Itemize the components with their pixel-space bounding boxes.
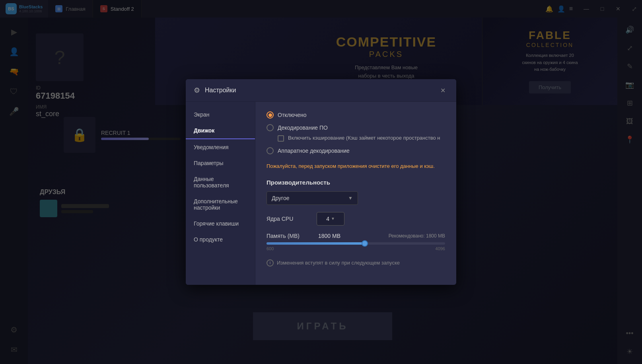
cpu-label: Ядра CPU: [267, 216, 310, 222]
warning-text: Пожалуйста, перед запуском приложения оч…: [267, 162, 445, 170]
radio-hw[interactable]: Аппаратное декодирование: [267, 147, 445, 154]
performance-heading: Производительность: [267, 179, 445, 186]
radio-sw-label: Декодирование ПО: [278, 125, 328, 131]
dropdown-arrow-icon: ▼: [348, 195, 353, 201]
modal-gear-icon: ⚙: [194, 86, 200, 95]
sw-decode-group: Декодирование ПО Включить кэширование (К…: [267, 124, 445, 142]
cpu-value-selector[interactable]: 4 ▼: [317, 212, 344, 226]
ram-slider-fill: [267, 242, 365, 245]
modal-header: ⚙ Настройки ✕: [186, 79, 456, 102]
info-icon: i: [267, 259, 274, 267]
modal-title: Настройки: [205, 87, 432, 94]
ram-slider-thumb[interactable]: [362, 240, 368, 247]
nav-item-dvigok[interactable]: Движок: [186, 123, 255, 139]
cache-checkbox-label: Включить кэширование (Кэш займет некотор…: [288, 134, 440, 142]
cpu-dropdown-arrow: ▼: [331, 216, 335, 221]
slider-min-label: 600: [267, 246, 274, 251]
cache-checkbox-item: Включить кэширование (Кэш займет некотор…: [278, 134, 445, 142]
ram-slider-track[interactable]: [267, 242, 445, 245]
nav-item-dop[interactable]: Дополнительныенастройки: [186, 193, 255, 216]
performance-dropdown-value: Другое: [272, 195, 289, 201]
slider-max-label: 4096: [436, 246, 445, 251]
nav-item-ekran[interactable]: Экран: [186, 107, 255, 123]
ram-label: Память (MB): [267, 233, 310, 239]
radio-circle-sw: [267, 124, 274, 131]
info-note: i Изменения вступят в силу при следующем…: [267, 259, 445, 267]
modal-overlay: ⚙ Настройки ✕ Экран Движок Уведомления П…: [0, 0, 642, 364]
radio-off-label: Отключено: [278, 112, 307, 118]
radio-off[interactable]: Отключено: [267, 111, 445, 119]
slider-labels: 600 4096: [267, 246, 445, 251]
modal-body: Экран Движок Уведомления Параметры Данны…: [186, 102, 456, 285]
cpu-value: 4: [326, 216, 329, 222]
radio-hw-label: Аппаратное декодирование: [278, 148, 350, 154]
cpu-row: Ядра CPU 4 ▼: [267, 212, 445, 226]
performance-dropdown[interactable]: Другое ▼: [267, 191, 358, 205]
info-text: Изменения вступят в силу при следующем з…: [277, 259, 400, 267]
radio-circle-hw: [267, 147, 274, 154]
ram-recommended: Рекомендовано: 1800 MB: [389, 233, 445, 239]
nav-item-dannye[interactable]: Данныепользователя: [186, 171, 255, 193]
decode-radio-group: Отключено Декодирование ПО Включит: [267, 111, 445, 154]
modal-nav: Экран Движок Уведомления Параметры Данны…: [186, 102, 255, 285]
nav-item-o-produkte[interactable]: О продукте: [186, 232, 255, 247]
modal-close-button[interactable]: ✕: [437, 85, 448, 96]
background: BS BlueStacks 4.180.10.1006 ⊞ Главная S …: [0, 0, 642, 364]
modal-content: Отключено Декодирование ПО Включит: [255, 102, 456, 285]
radio-sw[interactable]: Декодирование ПО: [267, 124, 445, 131]
ram-section: Память (MB) 1800 MB Рекомендовано: 1800 …: [267, 233, 445, 251]
settings-modal: ⚙ Настройки ✕ Экран Движок Уведомления П…: [186, 79, 456, 285]
radio-circle-off: [267, 111, 274, 119]
ram-value: 1800 MB: [318, 233, 340, 239]
cache-checkbox[interactable]: [278, 135, 284, 142]
performance-dropdown-row: Другое ▼: [267, 191, 445, 205]
nav-item-parametry[interactable]: Параметры: [186, 155, 255, 171]
nav-item-goryachie[interactable]: Горячие клавиши: [186, 216, 255, 232]
nav-item-uvedomleniya[interactable]: Уведомления: [186, 139, 255, 155]
ram-value-row: Память (MB) 1800 MB Рекомендовано: 1800 …: [267, 233, 445, 239]
